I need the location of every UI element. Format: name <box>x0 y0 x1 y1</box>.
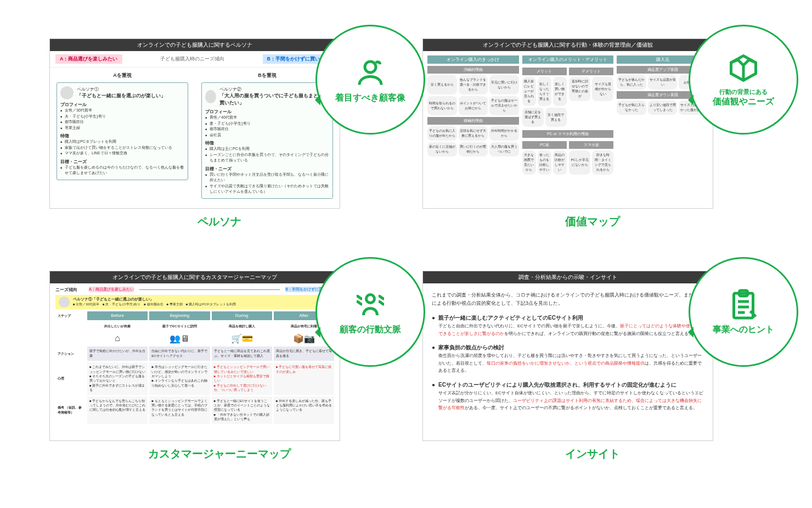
quad-journey: オンラインでの子ども服購入に関するカスタマージャーニーマップ ニーズ傾向 A：商… <box>49 271 390 481</box>
blank <box>55 322 86 331</box>
list-item: ママ友が多く、LINEで日々情報交換 <box>60 150 184 157</box>
vm-column: オンライン購入のメリット・デメリットメリット購入前にレビューが見られる欲しくなっ… <box>522 55 614 176</box>
list-item: 会社員 <box>205 132 329 138</box>
insight-lead: これまでの調査・分析結果全体から、コロナ禍におけるオンラインでの子ども服購入時に… <box>432 291 704 308</box>
journey-cell: 子どもと一緒に商品を見てあれこれ選ぶ。サイズ・素材を確認して購入 <box>212 347 272 361</box>
svg-point-0 <box>365 62 376 72</box>
list-item: サイズや品質で失敗はできる限り避けたい（そのためネットでは失敗しにくいアイテムを… <box>205 183 329 195</box>
vm-cell: 色んなブランドを選べる・比較できるから <box>459 75 488 94</box>
bubble-persona: 着目すべき顧客像 <box>315 25 425 135</box>
vm-cell: 買いに行くのが面倒だから <box>459 142 488 157</box>
vm-cell: 子どもの服はセールで済ませたいから <box>489 96 519 115</box>
vm-cell: 店舗に足を運ばず買える <box>522 108 544 127</box>
list-item: 都市圏在住 <box>205 126 329 132</box>
list-item: 妻・子ども(小学生)有り <box>205 121 329 127</box>
persona-title: オンラインでの子ども服購入に関するペルソナ <box>50 39 340 51</box>
vm-cell: 店頭を気にせず大量に買えるから <box>459 126 488 141</box>
col-b-title: Bを重視 <box>201 72 333 79</box>
step-header: During <box>212 311 272 320</box>
list-item: 男性／40代前半 <box>205 115 329 121</box>
insight-point: 家事負担の観点からの検討衛生面から洗濯の頻度を増やしており、子ども服を買う際には… <box>432 343 704 375</box>
caption-persona: ペルソナ <box>49 214 390 229</box>
list-item: 購入時は主にPCを利用 <box>205 146 329 152</box>
insight-title: 調査・分析結果からの示唆・インサイト <box>423 271 713 283</box>
quad-persona: オンラインでの子ども服購入に関するペルソナ A：商品選びを楽しみたい 子ども服購… <box>49 38 390 249</box>
bubble-journey: 顧客の行動文脈 <box>315 257 425 367</box>
vm-cell: 外出時間がかかるから <box>489 126 519 141</box>
vm-header: オンライン購入のきっかけ <box>427 55 519 64</box>
step-header: Before <box>87 311 148 320</box>
vm-cell: 子どものお気に入りの服が出たから <box>427 126 457 141</box>
caption-insight: インサイト <box>422 446 763 461</box>
row-label: 備考 （仮説、参考情報等） <box>55 397 86 424</box>
bubble-insight: 事業へのヒント <box>689 257 798 367</box>
needs-axis: 子ども服購入時のニーズ傾向 <box>122 55 263 63</box>
journey-cell: ■ 外出する楽しみが減った分、親も子ども服利用によかけい思い手を求めるようになっ… <box>274 397 334 424</box>
arrow-icon <box>139 289 280 290</box>
vm-cell: サイズも品質が良い <box>648 75 678 90</box>
journey-cell: ■ 子どもに可愛い服を着せて写真に残すのが楽しみ <box>274 362 334 394</box>
journey-cell: ■ これまでみたいに、外出は親子でショッピングモールに買い物に行けない■ そろそ… <box>87 362 148 394</box>
journey-cell: ■ 子どもとショッピングモールで買い物しているみたいで楽しい■ ネットだとサイズ… <box>212 362 272 394</box>
list-item: 都市圏在住 <box>60 119 184 125</box>
journey-cell: 自由に外出できない代わりに、親子でECサイトへアクセス <box>149 347 210 361</box>
vm-cell: サイズも質感が分からない <box>592 77 613 101</box>
step-sub: 親子でECサイトに訪問 <box>149 322 210 331</box>
avatar <box>59 297 70 308</box>
row-label: ステップ <box>55 311 86 320</box>
vm-cell: 購入前にレビューが見られる <box>522 77 536 106</box>
journey-cell: ■ 本当はショッピングモールに行きたいけど、感染が怖いのでオンラインでガマンしよ… <box>149 362 210 394</box>
vm-cell: PCしか手元にないから <box>569 150 590 175</box>
step-icon: 👥🖥 <box>149 332 210 345</box>
vm-cell: 安く買えるから <box>427 75 457 94</box>
list-item: 買いに行く手間やネット注文品を受け取る手間も、なるべく最小限に抑えたい <box>205 172 329 183</box>
step-header: Beginning <box>149 311 210 320</box>
list-item: 夫・子ども(小学生)有り <box>60 114 184 120</box>
col-a-title: Aを重視 <box>57 72 188 79</box>
insight-point: 親子が一緒に楽しむアクティビティとしてのECサイト利用子どもと自由に外出できない… <box>432 313 704 337</box>
list-item: 購入時はPCタブレットを利用 <box>60 139 184 145</box>
vm-cell: 時間を取られるので買わないから <box>427 96 457 115</box>
step-sub: 外出したいが自粛 <box>87 322 148 331</box>
caption-valuemap: 価値マップ <box>422 214 763 229</box>
vm-cell: より安い値段で買ってしまった <box>648 101 678 115</box>
journey-title: オンラインでの子ども服購入に関するカスタマージャーニーマップ <box>50 271 340 283</box>
blank <box>55 332 86 345</box>
avatar <box>205 90 216 103</box>
clipboard-icon <box>727 288 760 321</box>
bubble-valuemap: 行動の背景にある価値観やニーズ <box>689 25 798 135</box>
row-label: アクション <box>55 347 86 361</box>
svg-point-1 <box>366 295 375 303</box>
vm-cell: 欲しくなったらすぐ買える <box>538 77 551 106</box>
vm-cell: 好きな時間・タイミングで見られるから <box>592 150 613 175</box>
journey-cell: 親子で気軽に出かけたいが、外出を自粛 <box>87 347 148 361</box>
j-tag-a: A：商品選びを楽しみたい <box>89 287 134 292</box>
vm-header: オンライン購入のメリット・デメリット <box>522 55 614 64</box>
step-icon: ⌂ <box>87 332 148 345</box>
vm-cell: 商品の比較がしやすい <box>553 150 567 175</box>
row-label: 心理 <box>55 362 86 394</box>
vm-cell: ポイントがついてお得だから <box>459 96 488 115</box>
vm-cell: 大人用の服を買うついでに <box>489 142 519 157</box>
vm-cell: 子どもが気に入らなかった <box>617 101 646 115</box>
persona-panel: オンラインでの子ども服購入に関するペルソナ A：商品選びを楽しみたい 子ども服購… <box>49 38 340 209</box>
list-item: シーズンごとに自分の衣服を買うので、そのタイミングで子どもの分もまとめて揃ってい… <box>205 152 329 164</box>
vm-cell: 安く値段で買える <box>545 108 567 127</box>
avatar <box>60 86 74 99</box>
journey-cell: ■ 子どもと一緒にECサイトを使うことが、家庭でのイベントごとのような慣習になっ… <box>212 397 272 424</box>
journey-cell: 商品が自宅に届き、子どもに着せて写真を撮る <box>274 347 334 361</box>
caption-journey: カスタマージャーニーマップ <box>49 446 390 461</box>
step-icon: 🛒💳 <box>212 332 272 345</box>
persona-card-1: ペルソナ①「子どもと一緒に服を選ぶのが楽しい」 プロフィール 女性／30代前半夫… <box>57 82 188 180</box>
vm-column: オンライン購入のきっかけ消極的理由安く買えるから色んなブランドを選べる・比較でき… <box>427 55 519 176</box>
list-item: 子ども服を楽しめるのは今のうちだけなので、なるべく色んな服を着せて楽しませてあげ… <box>60 165 184 176</box>
journey-cell: ■ 子どもからなんでも売らんこちら知ってしまうので、外出進むたびにこれに関しては… <box>87 397 148 424</box>
vm-cell: 大きな画面で見たいから <box>522 150 536 175</box>
vm-cell: 手元に買いに行けないから <box>489 75 519 94</box>
list-item: 女性／30代前半 <box>60 108 184 114</box>
journey-persona-bar: ペルソナ①「子どもと一緒に選ぶのが楽しい」 ■ 女性／30代前半 ■ 夫・子ども… <box>55 295 334 309</box>
step-sub: 商品を検討し購入 <box>212 322 272 331</box>
list-item: 専業主婦 <box>60 125 184 131</box>
journey-panel: オンラインでの子ども服購入に関するカスタマージャーニーマップ ニーズ傾向 A：商… <box>49 271 340 441</box>
vm-cell: 子どもが喜んだから、気に入った <box>617 75 646 90</box>
